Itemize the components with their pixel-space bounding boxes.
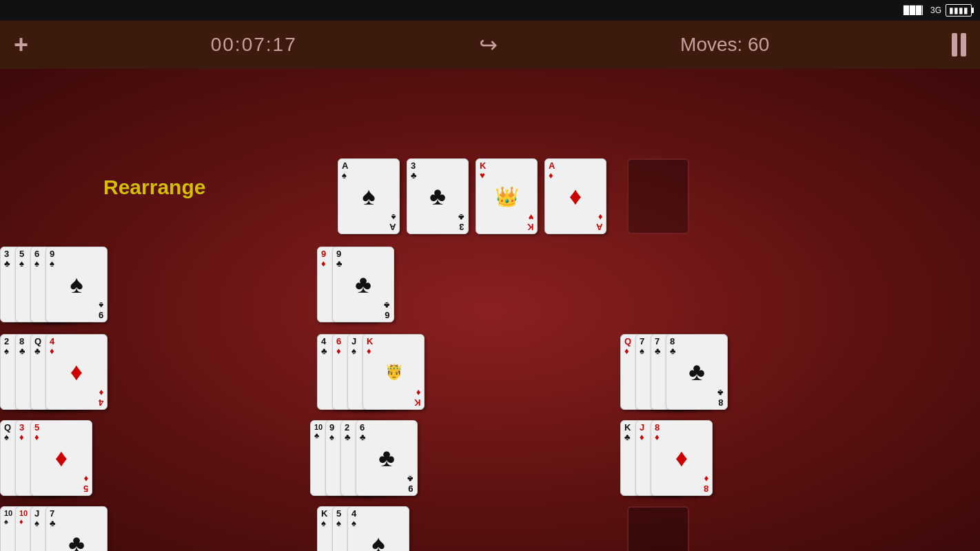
card-group-left2-4[interactable]: 4♦ ♦ 4♦ (45, 334, 108, 410)
card-king-hearts[interactable]: K♥ 👑 K♥ (476, 158, 538, 234)
game-area: Rearrange A♠ ♠ A♠ 3♣ ♣ 3♣ K♥ 👑 K♥ A♦ ♦ A… (0, 69, 980, 551)
card-9-clubs-main[interactable]: 9♣ ♣ 6♣ (332, 247, 394, 322)
card-ace-diamonds[interactable]: A♦ ♦ A♦ (544, 158, 606, 234)
add-button[interactable]: + (14, 30, 28, 59)
battery-icon: ▮▮▮▮ (946, 4, 972, 17)
undo-button[interactable]: ↩ (479, 32, 498, 58)
pause-button[interactable] (952, 33, 966, 56)
card-7-spades-bottom[interactable]: 7♣ ♣ 7♣ (45, 506, 108, 551)
card-ace-spades[interactable]: A♠ ♠ A♠ (338, 158, 400, 234)
card-K-diamonds[interactable]: K♦ 🤴 K♦ (363, 334, 425, 410)
empty-slot-top-right[interactable] (627, 158, 689, 234)
card-3-clubs[interactable]: 3♣ ♣ 3♣ (407, 158, 469, 234)
card-5-diamonds[interactable]: 5♦ ♦ 5♦ (30, 420, 92, 496)
card-4-spades[interactable]: 4♠ ♠ 4♠ (347, 506, 409, 551)
moves-counter: Moves: 60 (680, 34, 769, 56)
signal-icon: ▉▉▉▏ 3G (904, 6, 941, 15)
toolbar: + 00:07:17 ↩ Moves: 60 (0, 21, 980, 69)
timer-display: 00:07:17 (211, 34, 297, 56)
pause-bar-right (961, 33, 966, 56)
card-8-diamonds[interactable]: 8♦ ♦ 8♦ (651, 420, 713, 496)
card-6-clubs[interactable]: 6♣ ♣ 9♣ (356, 420, 418, 496)
rearrange-label: Rearrange (103, 176, 205, 199)
card-group-left1-4[interactable]: 9♠ ♠ 9♠ (45, 247, 108, 322)
empty-slot-bottom-right[interactable] (627, 506, 689, 551)
card-8-clubs[interactable]: 8♣ ♣ 8♣ (666, 334, 728, 410)
status-bar: ▉▉▉▏ 3G ▮▮▮▮ (0, 0, 980, 21)
pause-bar-left (952, 33, 957, 56)
